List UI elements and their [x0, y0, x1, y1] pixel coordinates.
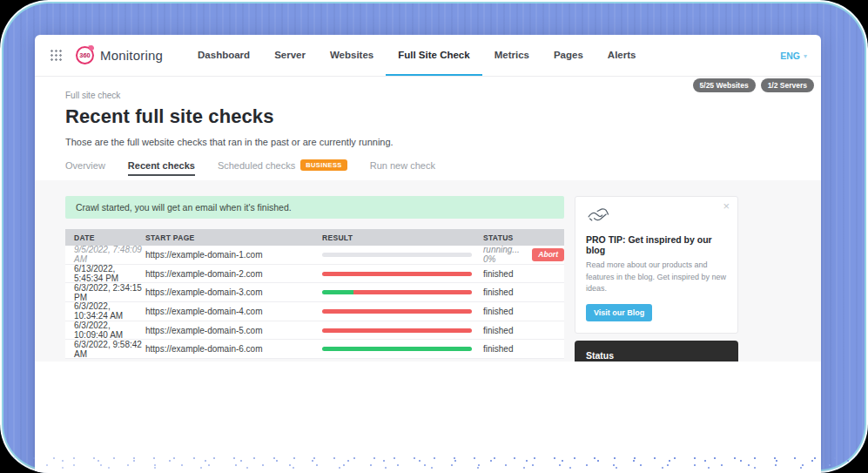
app-launcher-icon[interactable] [50, 50, 62, 61]
brand-logo-icon: 360 [76, 46, 94, 64]
abort-button[interactable]: Abort [532, 248, 564, 261]
tab-label: Recent checks [128, 160, 195, 171]
cell-status: finished [483, 307, 564, 316]
protip-card: × PRO TIP: Get inspired by our blog Read… [575, 196, 738, 334]
progress-bar-segment [322, 253, 472, 257]
table-body: 9/5/2022, 7:48:09 AMhttps://example-doma… [65, 246, 564, 359]
usage-badge-1-2-servers: 1/2 Servers [761, 78, 814, 92]
nav-item-pages[interactable]: Pages [542, 35, 595, 76]
nav-item-server[interactable]: Server [262, 35, 318, 76]
cell-start-page: https://example-domain-4.com [145, 307, 322, 316]
cell-result [322, 272, 483, 276]
table-row[interactable]: 6/3/2022, 10:34:24 AMhttps://example-dom… [65, 302, 564, 321]
sidebar-column: × PRO TIP: Get inspired by our blog Read… [575, 180, 738, 362]
cell-date: 6/3/2022, 10:34:24 AM [65, 301, 145, 321]
tab-label: Overview [65, 160, 105, 171]
status-text: finished [483, 287, 513, 297]
nav-item-dashboard[interactable]: Dashboard [185, 35, 262, 76]
page-title: Recent full site checks [65, 105, 791, 128]
progress-bar [322, 309, 472, 314]
visit-blog-button[interactable]: Visit our Blog [586, 304, 652, 321]
brand[interactable]: 360 Monitoring [76, 35, 163, 76]
progress-bar [322, 272, 472, 276]
cell-status: finished [483, 287, 564, 297]
chevron-down-icon: ▾ [804, 52, 807, 60]
cell-start-page: https://example-domain-2.com [145, 269, 322, 279]
breadcrumb: Full site check [65, 91, 791, 100]
cell-status: finished [483, 326, 564, 335]
table-row[interactable]: 6/3/2022, 10:09:40 AMhttps://example-dom… [65, 321, 564, 341]
cell-result [322, 328, 483, 333]
progress-bar [322, 253, 472, 257]
cell-date: 6/3/2022, 10:09:40 AM [65, 321, 145, 340]
column-header-date: DATE [65, 233, 145, 242]
cell-date: 9/5/2022, 7:48:09 AM [65, 245, 145, 264]
cell-status: finished [483, 344, 564, 354]
top-navigation: 360 Monitoring DashboardServerWebsitesFu… [35, 35, 821, 77]
status-text: finished [483, 344, 513, 354]
page-header: 5/25 Websites1/2 Servers Full site check… [35, 77, 821, 180]
cell-status: running... 0%Abort [483, 245, 564, 264]
table-row[interactable]: 6/13/2022, 5:45:34 PMhttps://example-dom… [65, 265, 564, 284]
cell-date: 6/13/2022, 5:45:34 PM [65, 264, 145, 283]
cell-result [322, 347, 483, 351]
cell-start-page: https://example-domain-3.com [145, 287, 322, 297]
nav-item-websites[interactable]: Websites [318, 35, 386, 76]
progress-bar-segment [322, 328, 472, 333]
close-icon[interactable]: × [723, 200, 730, 212]
language-selector[interactable]: ENG ▾ [780, 35, 807, 77]
checks-table: DATESTART PAGERESULTSTATUS 9/5/2022, 7:4… [65, 229, 564, 359]
main-nav: DashboardServerWebsitesFull Site CheckMe… [185, 35, 648, 76]
protip-body: Read more about our products and feature… [586, 260, 727, 295]
column-header-result: RESULT [322, 233, 483, 242]
progress-bar-segment [322, 272, 472, 276]
nav-item-full-site-check[interactable]: Full Site Check [386, 35, 481, 76]
brand-name: Monitoring [100, 48, 163, 63]
usage-badge-5-25-websites: 5/25 Websites [693, 78, 756, 92]
page-description: Those are the full website checks that r… [65, 137, 791, 147]
progress-bar-segment [322, 347, 472, 351]
usage-badges: 5/25 Websites1/2 Servers [693, 78, 814, 92]
table-row[interactable]: 6/3/2022, 9:58:42 AMhttps://example-doma… [65, 340, 564, 359]
tab-label: Run new check [370, 160, 435, 171]
nav-item-metrics[interactable]: Metrics [482, 35, 542, 76]
content-area: Crawl started, you will get an email whe… [35, 180, 821, 362]
business-badge: BUSINESS [300, 159, 347, 171]
progress-bar [322, 347, 472, 351]
tab-label: Scheduled checks [218, 160, 295, 171]
cell-date: 6/3/2022, 9:58:42 AM [65, 340, 145, 359]
cell-result [322, 309, 483, 314]
table-row[interactable]: 6/3/2022, 2:34:15 PMhttps://example-doma… [65, 283, 564, 302]
tab-scheduled-checks[interactable]: Scheduled checksBUSINESS [218, 159, 347, 176]
handshake-icon [586, 206, 612, 224]
cell-result [322, 290, 483, 294]
cell-start-page: https://example-domain-6.com [145, 344, 322, 354]
success-alert: Crawl started, you will get an email whe… [65, 196, 564, 219]
tab-recent-checks[interactable]: Recent checks [128, 160, 195, 176]
column-header-status: STATUS [483, 233, 564, 242]
column-header-start-page: START PAGE [145, 233, 322, 242]
status-text: finished [483, 326, 513, 335]
status-text: finished [483, 307, 513, 316]
status-card-title: Status [586, 350, 727, 361]
tab-overview[interactable]: Overview [65, 160, 105, 176]
status-text: running... 0% [483, 245, 526, 264]
status-text: finished [483, 269, 513, 279]
language-label: ENG [780, 51, 800, 61]
marketing-background: 360 Monitoring DashboardServerWebsitesFu… [0, 0, 868, 473]
table-row[interactable]: 9/5/2022, 7:48:09 AMhttps://example-doma… [65, 246, 564, 265]
cell-status: finished [483, 269, 564, 279]
progress-bar-segment [322, 309, 472, 314]
cell-start-page: https://example-domain-5.com [145, 326, 322, 335]
cell-result [322, 253, 483, 257]
app-window: 360 Monitoring DashboardServerWebsitesFu… [35, 35, 821, 473]
status-card: Status SERVERS0 open alert(s)0 servers d… [575, 341, 738, 362]
checks-column: Crawl started, you will get an email whe… [65, 180, 564, 362]
cell-start-page: https://example-domain-1.com [145, 250, 322, 260]
nav-item-alerts[interactable]: Alerts [595, 35, 649, 76]
progress-bar [322, 328, 472, 333]
tab-run-new-check[interactable]: Run new check [370, 160, 435, 176]
progress-bar-segment [322, 290, 353, 294]
progress-bar [322, 290, 472, 294]
cell-date: 6/3/2022, 2:34:15 PM [65, 283, 145, 302]
